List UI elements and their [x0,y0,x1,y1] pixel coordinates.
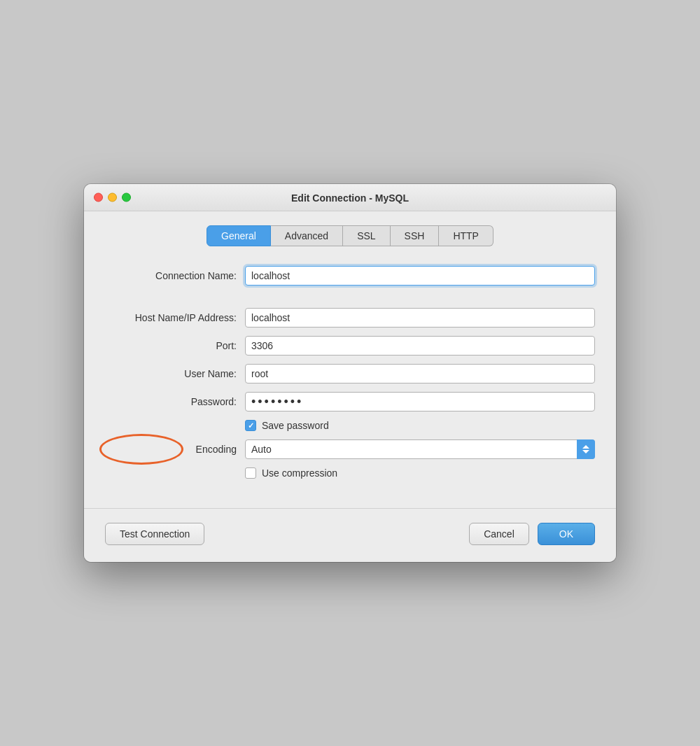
maximize-button[interactable] [122,193,131,202]
use-compression-row: Use compression [245,467,595,479]
host-input[interactable] [245,308,595,328]
connection-name-row: Connection Name: [105,266,595,286]
tab-ssl[interactable]: SSL [343,225,390,246]
username-row: User Name: [105,364,595,383]
password-input[interactable] [245,392,595,411]
test-connection-button[interactable]: Test Connection [105,523,204,545]
host-label: Host Name/IP Address: [105,312,245,323]
port-label: Port: [105,340,245,351]
window-title: Edit Connection - MySQL [291,192,409,204]
encoding-row: Encoding Auto UTF-8 Latin-1 [105,439,595,459]
checkmark-icon: ✓ [248,422,254,430]
save-password-label: Save password [262,420,329,431]
save-password-checkbox[interactable]: ✓ [245,420,256,431]
username-input[interactable] [245,364,595,383]
password-row: Password: [105,392,595,411]
password-label: Password: [105,396,245,407]
port-row: Port: [105,336,595,356]
window-controls [94,193,131,202]
footer: Test Connection Cancel OK [84,508,616,562]
host-row: Host Name/IP Address: [105,308,595,328]
cancel-button[interactable]: Cancel [469,523,529,545]
encoding-label: Encoding [105,444,245,455]
connection-name-label: Connection Name: [105,270,245,281]
content-area: General Advanced SSL SSH HTTP Connection… [84,211,616,508]
close-button[interactable] [94,193,103,202]
minimize-button[interactable] [108,193,117,202]
save-password-row: ✓ Save password [245,420,595,431]
port-input[interactable] [245,336,595,356]
username-label: User Name: [105,368,245,379]
tab-http[interactable]: HTTP [439,225,493,246]
tab-bar: General Advanced SSL SSH HTTP [105,225,595,246]
spacer-1 [105,294,595,308]
encoding-select-wrapper: Auto UTF-8 Latin-1 [245,439,595,459]
main-window: Edit Connection - MySQL General Advanced… [84,184,616,562]
title-bar: Edit Connection - MySQL [84,184,616,211]
use-compression-checkbox[interactable] [245,467,256,479]
tab-general[interactable]: General [206,225,271,246]
tab-advanced[interactable]: Advanced [271,225,343,246]
footer-right-buttons: Cancel OK [469,523,595,545]
use-compression-label: Use compression [262,467,337,479]
ok-button[interactable]: OK [538,523,595,545]
connection-name-input[interactable] [245,266,595,286]
encoding-select[interactable]: Auto UTF-8 Latin-1 [245,439,595,459]
tab-ssh[interactable]: SSH [391,225,440,246]
form-section: Connection Name: Host Name/IP Address: P… [105,266,595,487]
